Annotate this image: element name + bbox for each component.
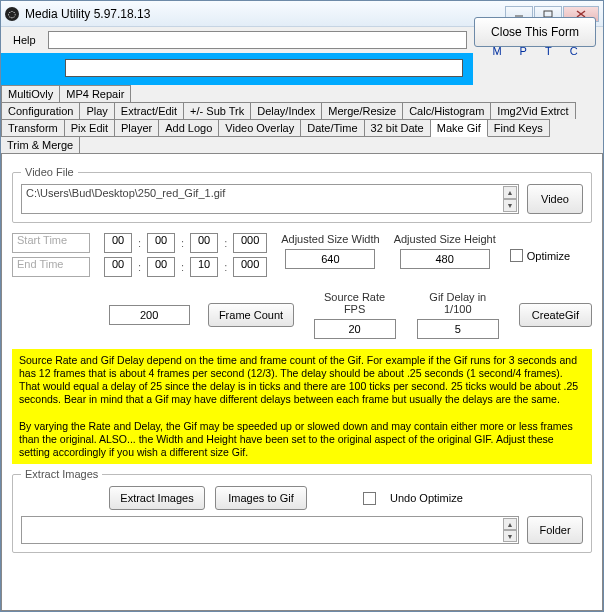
tab-extractedit[interactable]: Extract/Edit: [115, 102, 184, 120]
banner-input[interactable]: [65, 59, 463, 77]
tab-content-makegif: Video File C:\Users\Bud\Desktop\250_red_…: [1, 153, 603, 611]
tab-pixedit[interactable]: Pix Edit: [65, 119, 115, 137]
extract-images-group: Extract Images Extract Images Images to …: [12, 468, 592, 553]
time-row-1: 00: 00: 00: 000: [104, 233, 267, 253]
tab-mp4repair[interactable]: MP4 Repair: [60, 85, 131, 103]
t1-hours[interactable]: 00: [104, 233, 132, 253]
video-file-legend: Video File: [21, 166, 78, 178]
help-label[interactable]: Help: [7, 34, 42, 46]
folder-input[interactable]: ▲▼: [21, 516, 519, 544]
tab-transform[interactable]: Transform: [1, 119, 65, 137]
tab-makegif[interactable]: Make Gif: [431, 119, 488, 137]
t2-seconds[interactable]: 10: [190, 257, 218, 277]
spinner-arrows[interactable]: ▲▼: [503, 186, 517, 212]
svg-rect-1: [544, 11, 552, 17]
tab-addlogo[interactable]: Add Logo: [159, 119, 219, 137]
frame-count-button[interactable]: Frame Count: [208, 303, 295, 327]
app-window: ◌ Media Utility 5.97.18.13 Help Close Th…: [0, 0, 604, 612]
tabs-row-3: Transform Pix Edit Player Add Logo Video…: [1, 119, 603, 153]
tab-32bitdate[interactable]: 32 bit Date: [365, 119, 431, 137]
optimize-checkbox[interactable]: [510, 249, 523, 262]
t2-minutes[interactable]: 00: [147, 257, 175, 277]
source-rate-label: Source Rate FPS: [312, 291, 396, 315]
window-title: Media Utility 5.97.18.13: [25, 7, 505, 21]
end-time-input[interactable]: End Time: [12, 257, 90, 277]
video-path-input[interactable]: C:\Users\Bud\Desktop\250_red_Gif_1.gif ▲…: [21, 184, 519, 214]
create-gif-button[interactable]: CreateGif: [519, 303, 592, 327]
folder-button[interactable]: Folder: [527, 516, 583, 544]
t1-minutes[interactable]: 00: [147, 233, 175, 253]
images-to-gif-button[interactable]: Images to Gif: [215, 486, 307, 510]
banner-strip: [1, 53, 473, 85]
extract-images-legend: Extract Images: [21, 468, 102, 480]
t2-ms[interactable]: 000: [233, 257, 267, 277]
start-time-input[interactable]: Start Time: [12, 233, 90, 253]
adj-height-label: Adjusted Size Height: [394, 233, 496, 245]
t2-hours[interactable]: 00: [104, 257, 132, 277]
help-input[interactable]: [48, 31, 467, 49]
note-paragraph-2: By varying the Rate and Delay, the Gif m…: [19, 420, 585, 459]
adj-width-input[interactable]: 640: [285, 249, 375, 269]
tab-play[interactable]: Play: [80, 102, 114, 120]
undo-optimize-checkbox[interactable]: [363, 492, 376, 505]
tab-mergeresize[interactable]: Merge/Resize: [322, 102, 403, 120]
tab-trimmerge[interactable]: Trim & Merge: [1, 136, 80, 154]
tab-videooverlay[interactable]: Video Overlay: [219, 119, 301, 137]
tab-img2vid[interactable]: Img2Vid Extrct: [491, 102, 575, 120]
tab-multiovly[interactable]: MultiOvly: [1, 85, 60, 103]
tabs-row-1: MultiOvly MP4 Repair: [1, 85, 603, 102]
video-file-group: Video File C:\Users\Bud\Desktop\250_red_…: [12, 166, 592, 223]
t1-seconds[interactable]: 00: [190, 233, 218, 253]
undo-optimize-label: Undo Optimize: [390, 492, 463, 504]
extract-images-button[interactable]: Extract Images: [109, 486, 205, 510]
video-path-text: C:\Users\Bud\Desktop\250_red_Gif_1.gif: [26, 187, 225, 199]
close-this-form-button[interactable]: Close This Form: [474, 17, 596, 47]
tab-findkeys[interactable]: Find Keys: [488, 119, 550, 137]
folder-spinner[interactable]: ▲▼: [503, 518, 517, 542]
adj-height-input[interactable]: 480: [400, 249, 490, 269]
gif-delay-input[interactable]: 5: [417, 319, 499, 339]
video-button[interactable]: Video: [527, 184, 583, 214]
adj-width-label: Adjusted Size Width: [281, 233, 379, 245]
tab-datetime[interactable]: Date/Time: [301, 119, 364, 137]
note-paragraph-1: Source Rate and Gif Delay depend on the …: [19, 354, 585, 407]
info-note: Source Rate and Gif Delay depend on the …: [12, 349, 592, 464]
app-icon: ◌: [5, 7, 19, 21]
tab-delayindex[interactable]: Delay/Index: [251, 102, 322, 120]
tab-subtrk[interactable]: +/- Sub Trk: [184, 102, 251, 120]
gif-delay-label: Gif Delay in 1/100: [415, 291, 501, 315]
tab-player[interactable]: Player: [115, 119, 159, 137]
tab-configuration[interactable]: Configuration: [1, 102, 80, 120]
frame-count-input[interactable]: 200: [109, 305, 190, 325]
tabs-row-2: Configuration Play Extract/Edit +/- Sub …: [1, 102, 603, 119]
source-rate-input[interactable]: 20: [314, 319, 396, 339]
t1-ms[interactable]: 000: [233, 233, 267, 253]
optimize-label: Optimize: [527, 250, 570, 262]
time-row-2: 00: 00: 10: 000: [104, 257, 267, 277]
tab-calchistogram[interactable]: Calc/Histogram: [403, 102, 491, 120]
